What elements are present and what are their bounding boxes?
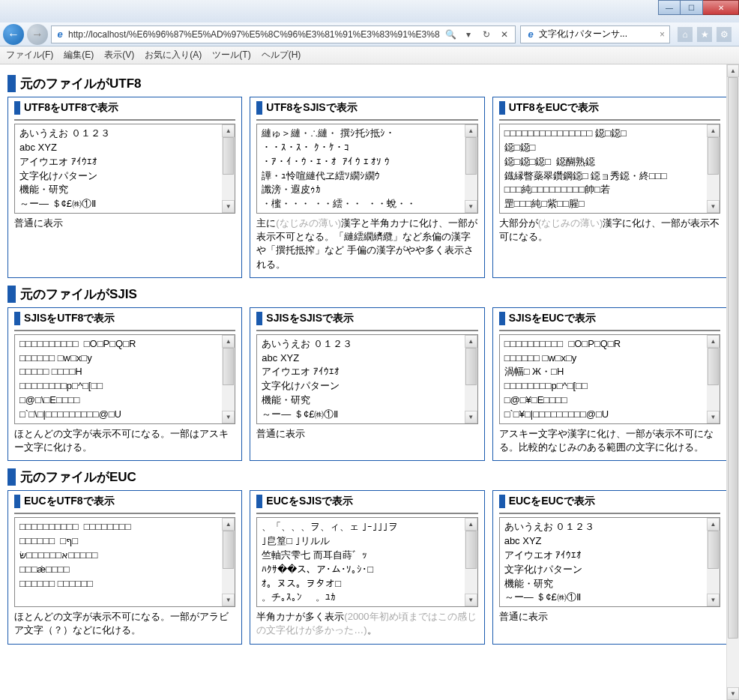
window-controls: — ☐ ✕ [658, 0, 739, 15]
scroll-up-icon[interactable]: ▲ [465, 518, 477, 531]
card-heading: SJISをEUCで表示 [499, 312, 720, 325]
section-heading: 元のファイルがSJIS [7, 286, 727, 303]
textarea-scrollbar[interactable]: ▲▼ [222, 335, 235, 423]
scroll-up-icon[interactable]: ▲ [222, 335, 235, 348]
card-description: アスキー文字や漢字に化け、一部が表示不可になる。比較的なじみのある範囲の文字に化… [499, 427, 720, 454]
scroll-thumb[interactable] [223, 348, 234, 385]
sample-text: □□□□□□□□□□ □O□P□Q□R □□□□□□ □w□x□y □□□□□ … [14, 334, 235, 424]
textarea-scrollbar[interactable]: ▲▼ [465, 124, 477, 213]
card-underline [499, 513, 720, 514]
menu-view[interactable]: 表示(V) [104, 49, 134, 61]
sample-text: あいうえお ０１２３ abc XYZ アイウエオ ｱｲｳｴｵ 文字化けパターン … [499, 517, 720, 607]
tab-close-icon[interactable]: × [660, 29, 665, 40]
scroll-up-icon[interactable]: ▲ [707, 335, 720, 348]
scroll-down-icon[interactable]: ▼ [707, 200, 720, 213]
encoding-card: SJISをUTF8で表示□□□□□□□□□□ □O□P□Q□R □□□□□□ □… [7, 307, 242, 461]
scroll-down-icon[interactable]: ▼ [222, 594, 235, 606]
menu-tools[interactable]: ツール(T) [212, 49, 250, 61]
back-button[interactable]: ← [3, 24, 24, 45]
card-heading: UTF8をSJISで表示 [256, 101, 477, 115]
scroll-up-icon[interactable]: ▲ [727, 64, 739, 77]
refresh-button[interactable]: ↻ [479, 27, 494, 42]
window-titlebar: — ☐ ✕ [0, 0, 739, 22]
sample-box-wrap: □□□□□□□□□□ □O□P□Q□R □□□□□□ □w□x□y 渦幅□ Ж・… [499, 334, 720, 424]
scroll-up-icon[interactable]: ▲ [465, 124, 477, 137]
textarea-scrollbar[interactable]: ▲▼ [222, 518, 235, 606]
scroll-down-icon[interactable]: ▼ [727, 687, 739, 700]
scroll-track[interactable] [465, 137, 477, 200]
scroll-track[interactable] [222, 348, 235, 411]
scroll-track[interactable] [707, 137, 720, 200]
scroll-thumb[interactable] [223, 137, 234, 175]
card-heading: EUCをEUCで表示 [499, 495, 720, 508]
page-scrollbar[interactable]: ▲ ▼ [726, 64, 739, 700]
navbar-right: ⌂ ★ ⚙ [673, 27, 736, 42]
scroll-track[interactable] [222, 531, 235, 594]
menu-edit[interactable]: 編集(E) [64, 49, 94, 61]
scroll-track[interactable] [707, 348, 720, 411]
scroll-thumb[interactable] [708, 531, 719, 568]
menu-file[interactable]: ファイル(F) [6, 49, 53, 61]
scroll-up-icon[interactable]: ▲ [707, 124, 720, 137]
close-button[interactable]: ✕ [703, 0, 739, 15]
scroll-up-icon[interactable]: ▲ [707, 518, 720, 531]
scroll-down-icon[interactable]: ▼ [707, 411, 720, 423]
textarea-scrollbar[interactable]: ▲▼ [707, 518, 720, 606]
textarea-scrollbar[interactable]: ▲▼ [465, 518, 477, 606]
sample-box-wrap: あいうえお ０１２３ abc XYZ アイウエオ ｱｲｳｴｵ 文字化けパターン … [256, 334, 477, 424]
url-dropdown-icon[interactable]: ▾ [461, 27, 476, 42]
scroll-thumb[interactable] [465, 348, 477, 385]
address-bar[interactable]: e http://localhost/%E6%96%87%E5%AD%97%E5… [51, 25, 516, 43]
scroll-track[interactable] [727, 77, 739, 687]
scroll-down-icon[interactable]: ▼ [222, 411, 235, 423]
card-description: 普通に表示 [14, 217, 235, 230]
card-description: ほとんどの文字が表示不可になる。一部はアスキー文字に化ける。 [14, 427, 235, 454]
minimize-button[interactable]: — [658, 0, 681, 15]
sample-box-wrap: □□□□□□□□□□□□□□□ 鐚□鐚□ 鐚□鐚□ 鐚□鐚□鐚□ 鐚醐熟鐚 鐡縁… [499, 124, 720, 214]
maximize-button[interactable]: ☐ [681, 0, 703, 15]
textarea-scrollbar[interactable]: ▲▼ [707, 124, 720, 213]
scroll-down-icon[interactable]: ▼ [465, 594, 477, 606]
encoding-card: SJISをSJISで表示あいうえお ０１２３ abc XYZ アイウエオ ｱｲｳ… [250, 307, 484, 461]
scroll-thumb[interactable] [708, 137, 719, 175]
scroll-up-icon[interactable]: ▲ [222, 518, 235, 531]
scroll-thumb[interactable] [465, 531, 477, 568]
settings-icon[interactable]: ⚙ [717, 27, 732, 42]
scroll-track[interactable] [465, 348, 477, 411]
scroll-up-icon[interactable]: ▲ [465, 335, 477, 348]
sample-box-wrap: □□□□□□□□□□ □□□□□□□□ □□□□□□ □ף□ א□□□□□□שּ… [14, 517, 235, 607]
scroll-down-icon[interactable]: ▼ [465, 200, 477, 213]
textarea-scrollbar[interactable]: ▲▼ [222, 124, 235, 213]
desc-text: 主に [256, 217, 276, 229]
scroll-track[interactable] [465, 531, 477, 594]
scroll-up-icon[interactable]: ▲ [222, 124, 235, 137]
browser-tab[interactable]: e 文字化けパターンサ... × [520, 25, 670, 43]
menu-favorites[interactable]: お気に入り(A) [145, 49, 202, 61]
page-content: 元のファイルがUTF8UTF8をUTF8で表示あいうえお ０１２３ abc XY… [0, 64, 739, 657]
scroll-down-icon[interactable]: ▼ [222, 200, 235, 213]
card-heading: EUCをSJISで表示 [256, 495, 477, 508]
scroll-down-icon[interactable]: ▼ [707, 594, 720, 606]
scroll-track[interactable] [222, 137, 235, 200]
search-dropdown-icon[interactable]: 🔍 [443, 27, 458, 42]
scroll-thumb[interactable] [465, 137, 477, 175]
menu-help[interactable]: ヘルプ(H) [262, 49, 301, 61]
desc-text: 普通に表示 [499, 611, 548, 622]
encoding-card: EUCをEUCで表示あいうえお ０１２３ abc XYZ アイウエオ ｱｲｳｴｵ… [492, 490, 727, 644]
scroll-down-icon[interactable]: ▼ [465, 411, 477, 423]
textarea-scrollbar[interactable]: ▲▼ [707, 335, 720, 423]
card-description: ほとんどの文字が表示不可になる。一部がアラビア文字（？）などに化ける。 [14, 610, 235, 637]
favorites-icon[interactable]: ★ [697, 27, 712, 42]
scroll-thumb[interactable] [223, 531, 234, 568]
home-icon[interactable]: ⌂ [678, 27, 693, 42]
card-underline [256, 513, 477, 514]
textarea-scrollbar[interactable]: ▲▼ [465, 335, 477, 423]
faint-text: (なじみの薄い) [538, 217, 603, 229]
forward-button[interactable]: → [27, 24, 48, 45]
faint-text: (なじみの薄い) [276, 217, 341, 229]
scroll-thumb[interactable] [708, 348, 719, 385]
sample-box-wrap: あいうえお ０１２３ abc XYZ アイウエオ ｱｲｳｴｵ 文字化けパターン … [499, 517, 720, 607]
scroll-track[interactable] [707, 531, 720, 594]
scroll-thumb[interactable] [728, 77, 738, 639]
stop-button[interactable]: ✕ [497, 27, 512, 42]
